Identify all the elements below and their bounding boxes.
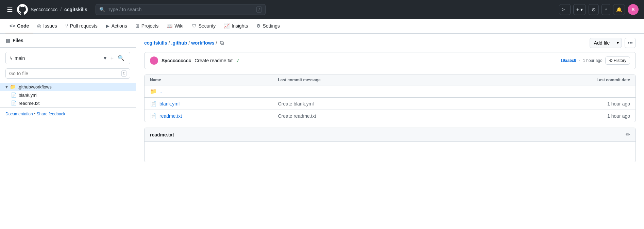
- file-tree-children: 📄 blank.yml 📄 readme.txt: [0, 91, 136, 107]
- add-file-caret-button[interactable]: ▾: [614, 38, 622, 47]
- file-table-header: Name Last commit message Last commit dat…: [145, 75, 635, 85]
- readme-title: readme.txt: [150, 132, 174, 137]
- top-nav-actions: >_ + ▾ ⊙ ⑂ 🔔 S: [559, 4, 639, 15]
- watch-button[interactable]: ⊙: [589, 4, 599, 15]
- avatar[interactable]: S: [628, 4, 639, 15]
- readme-edit-button[interactable]: ✏: [626, 131, 630, 138]
- history-icon: ⟲: [609, 58, 612, 63]
- projects-icon: ⊞: [135, 23, 139, 29]
- tab-code[interactable]: <> Code: [5, 19, 33, 33]
- tab-settings[interactable]: ⚙ Settings: [252, 19, 284, 33]
- commit-hash-link[interactable]: 19aa5c9: [560, 58, 576, 63]
- col-header-message: Last commit message: [278, 78, 534, 82]
- security-icon: 🛡: [192, 23, 197, 29]
- breadcrumb-part1-link[interactable]: .github: [171, 40, 187, 46]
- search-file-input[interactable]: [9, 71, 121, 76]
- breadcrumb-repo-link[interactable]: ccgitskills: [144, 40, 167, 46]
- search-branch-button[interactable]: 🔍: [116, 54, 126, 62]
- table-row-blank-yml[interactable]: 📄 blank.yml Create blank.yml 1 hour ago: [145, 98, 635, 110]
- search-bar[interactable]: 🔍 Type / to search /: [96, 4, 266, 15]
- col-header-name: Name: [150, 78, 278, 82]
- file-tree-folder-github-workflows[interactable]: ▾ 📁 .github/workflows: [0, 83, 136, 91]
- add-file-dropdown: Add file ▾: [590, 38, 622, 48]
- blank-yml-name: 📄 blank.yml: [150, 100, 278, 107]
- parent-dir-link[interactable]: ..: [159, 89, 162, 94]
- readme-txt-date: 1 hour ago: [534, 113, 630, 119]
- file-tree-item-readme-txt[interactable]: 📄 readme.txt: [5, 99, 136, 107]
- readme-txt-link[interactable]: readme.txt: [159, 113, 182, 119]
- share-feedback-link[interactable]: Share feedback: [37, 112, 65, 116]
- table-row-parent[interactable]: 📁 ..: [145, 85, 635, 98]
- sidebar-footer: Documentation • Share feedback: [0, 107, 136, 120]
- file-content: ccgitskills / .github / workflows / ⧉ Ad…: [136, 34, 644, 225]
- create-button[interactable]: + ▾: [573, 4, 586, 15]
- search-file-bar: t: [5, 68, 130, 79]
- table-row-readme-txt[interactable]: 📄 readme.txt Create readme.txt 1 hour ag…: [145, 110, 635, 122]
- wiki-icon: 📖: [167, 23, 172, 29]
- blank-yml-message: Create blank.yml: [278, 101, 534, 107]
- tab-settings-label: Settings: [263, 23, 280, 29]
- expand-icon: ▾: [5, 84, 8, 89]
- tab-insights[interactable]: 📈 Insights: [220, 19, 252, 33]
- new-branch-button[interactable]: +: [109, 54, 115, 62]
- tab-actions-label: Actions: [112, 23, 127, 29]
- branch-expand-button[interactable]: ▾: [102, 54, 108, 62]
- hamburger-icon: ☰: [7, 5, 13, 14]
- documentation-link[interactable]: Documentation: [5, 112, 33, 116]
- readme-header: readme.txt ✏: [145, 128, 635, 142]
- tab-actions[interactable]: ▶ Actions: [102, 19, 131, 33]
- commit-author-name[interactable]: Syccccccccc: [162, 58, 191, 63]
- sidebar-title: ▤ Files: [5, 38, 23, 43]
- fork-button[interactable]: ⑂: [601, 4, 610, 15]
- col-header-date: Last commit date: [534, 78, 630, 82]
- history-button[interactable]: ⟲ History: [605, 56, 630, 65]
- search-file-key: t: [121, 70, 126, 77]
- tab-projects[interactable]: ⊞ Projects: [131, 19, 163, 33]
- tab-issues[interactable]: ◎ Issues: [33, 19, 61, 33]
- breadcrumb-actions: Add file ▾ •••: [590, 38, 636, 48]
- watch-icon: ⊙: [592, 7, 596, 12]
- fork-icon: ⑂: [605, 7, 607, 12]
- copy-path-button[interactable]: ⧉: [220, 40, 224, 46]
- tab-issues-label: Issues: [43, 23, 57, 29]
- readme-txt-name: 📄 readme.txt: [150, 113, 278, 119]
- search-slash-key: /: [256, 6, 261, 13]
- issues-icon: ◎: [37, 23, 41, 29]
- code-icon: <>: [10, 23, 15, 29]
- branch-selector[interactable]: ⑂ main ▾ + 🔍: [5, 52, 130, 64]
- terminal-button[interactable]: >_: [559, 4, 571, 15]
- owner-link[interactable]: Syccccccccc: [31, 7, 57, 12]
- notifications-button[interactable]: 🔔: [613, 4, 625, 15]
- tab-wiki[interactable]: 📖 Wiki: [163, 19, 187, 33]
- file-icon-readme-txt: 📄: [11, 100, 17, 106]
- add-file-button[interactable]: Add file: [590, 38, 614, 48]
- plus-icon: +: [576, 7, 579, 12]
- sidebar-header: ▤ Files: [0, 34, 136, 48]
- commit-meta: 19aa5c9 · 1 hour ago ⟲ History: [560, 56, 630, 65]
- file-tree-item-blank-yml[interactable]: 📄 blank.yml: [5, 91, 136, 99]
- commit-status-check: ✓: [236, 58, 240, 63]
- tab-security-label: Security: [199, 23, 216, 29]
- file-label-blank-yml: blank.yml: [19, 93, 37, 98]
- tab-pull-requests-label: Pull requests: [70, 23, 98, 29]
- insights-icon: 📈: [224, 23, 230, 29]
- breadcrumb-part2-link[interactable]: workflows: [191, 40, 214, 46]
- tab-security[interactable]: 🛡 Security: [188, 19, 220, 33]
- blank-yml-link[interactable]: blank.yml: [159, 101, 180, 107]
- folder-label: .github/workflows: [18, 84, 52, 89]
- commit-bar: Syccccccccc Create readme.txt ✓ 19aa5c9 …: [144, 52, 636, 69]
- readme-txt-file-icon: 📄: [150, 113, 157, 119]
- file-icon-blank-yml: 📄: [11, 92, 17, 98]
- repo-link[interactable]: ccgitskills: [64, 7, 87, 12]
- hamburger-menu[interactable]: ☰: [5, 4, 14, 15]
- commit-message-text: Create readme.txt: [194, 58, 233, 63]
- footer-separator: •: [33, 112, 37, 116]
- files-label: Files: [13, 38, 23, 43]
- branch-name: main: [15, 55, 25, 61]
- more-options-button[interactable]: •••: [625, 38, 636, 48]
- tab-pull-requests[interactable]: ⑂ Pull requests: [61, 19, 102, 33]
- repo-nav: <> Code ◎ Issues ⑂ Pull requests ▶ Actio…: [0, 19, 644, 34]
- settings-icon: ⚙: [256, 23, 261, 29]
- caret-icon: ▾: [580, 7, 583, 12]
- history-label: History: [614, 58, 626, 63]
